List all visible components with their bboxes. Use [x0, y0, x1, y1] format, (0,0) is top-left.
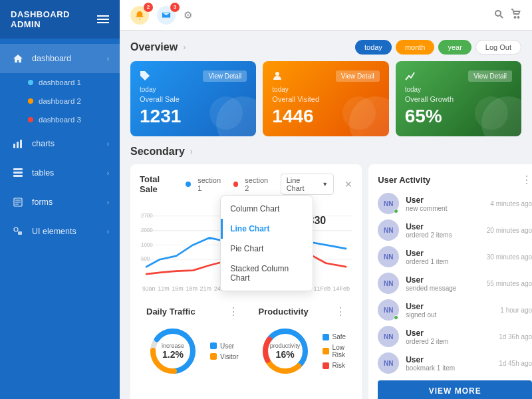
- sale-card-subtitle: Overall Sale: [140, 95, 247, 103]
- sidebar-item-dashboard1[interactable]: dashboard 1: [28, 73, 120, 92]
- dropdown-column-chart[interactable]: Column Chart: [221, 199, 313, 219]
- svg-rect-1: [17, 142, 19, 148]
- sidebar-item-tables-label: tables: [32, 168, 54, 178]
- user-info-4: User sended message: [406, 275, 480, 292]
- user-time-1: 4 minutes ago: [490, 200, 532, 207]
- messages-button[interactable]: 3: [157, 6, 176, 25]
- svg-point-11: [275, 72, 279, 76]
- sidebar-sub-label: dashboard 3: [39, 116, 81, 124]
- productivity-donut: productivity 16% Safe: [259, 325, 346, 378]
- sidebar: DASHBOARD ADMIN dashboard › dashboard 1 …: [0, 0, 120, 399]
- sidebar-header: DASHBOARD ADMIN: [0, 0, 120, 39]
- view-detail-sale-button[interactable]: View Detail: [203, 70, 247, 82]
- user-time-6: 1d 36h ago: [499, 333, 532, 340]
- messages-badge: 3: [170, 3, 180, 12]
- sidebar-item-forms[interactable]: forms ›: [0, 188, 120, 217]
- view-more-button[interactable]: VIEW MORE: [378, 380, 532, 399]
- daily-traffic-panel: Daily Traffic ⋮ inc: [140, 299, 245, 384]
- close-button[interactable]: ✕: [344, 179, 352, 190]
- person-icon: [272, 70, 283, 81]
- legend-visitor-color: [210, 353, 217, 360]
- online-indicator-5: [394, 315, 398, 320]
- hamburger-menu[interactable]: [97, 15, 109, 23]
- notification-badge: 2: [144, 3, 153, 12]
- productivity-panel: Productivity ⋮: [252, 299, 353, 384]
- chart-type-button[interactable]: Line Chart ▼ Column Chart Line Chart Pie…: [281, 174, 334, 195]
- overview-arrow: ›: [183, 43, 186, 52]
- prod-value: 16%: [276, 349, 295, 360]
- svg-rect-3: [13, 168, 23, 170]
- legend-safe-label: Safe: [332, 333, 346, 340]
- total-sale-header: Total Sale section 1 section 2 Line Char…: [140, 174, 352, 195]
- user-name-2: User: [406, 222, 480, 231]
- user-activity-title: User Activity: [378, 175, 430, 185]
- svg-rect-0: [13, 144, 15, 148]
- user-activity-panel: User Activity ⋮ NN User new comment 4 m: [368, 164, 532, 399]
- dropdown-line-chart[interactable]: Line Chart: [221, 219, 313, 239]
- user-activity-header: User Activity ⋮: [378, 174, 532, 186]
- daily-traffic-title: Daily Traffic: [146, 307, 196, 317]
- sidebar-item-charts-label: charts: [32, 139, 55, 148]
- user-avatar-3: NN: [378, 246, 399, 267]
- topbar-right: [493, 9, 521, 22]
- productivity-header: Productivity ⋮: [259, 305, 346, 318]
- daily-traffic-menu[interactable]: ⋮: [228, 305, 239, 318]
- sidebar-item-dashboard[interactable]: dashboard ›: [0, 44, 120, 73]
- chevron-icon: ›: [107, 140, 109, 148]
- sidebar-nav: dashboard › dashboard 1 dashboard 2 dash…: [0, 39, 120, 399]
- daily-traffic-donut: increase 1.2% User: [146, 325, 239, 378]
- user-info-3: User ordered 1 item: [406, 249, 480, 265]
- dot-red: [28, 117, 33, 122]
- user-action-7: bookmark 1 item: [406, 364, 492, 372]
- svg-point-10: [518, 17, 519, 18]
- user-action-4: sended message: [406, 285, 480, 292]
- productivity-donut-chart: productivity 16%: [259, 325, 312, 378]
- search-button[interactable]: [493, 9, 504, 22]
- legend-low-risk-color: [323, 348, 329, 354]
- growth-card-label: today: [405, 86, 512, 93]
- user-time-2: 20 minutes ago: [487, 227, 532, 234]
- daily-traffic-donut-chart: increase 1.2%: [146, 325, 200, 378]
- sidebar-item-tables[interactable]: tables ›: [0, 158, 120, 188]
- svg-point-6: [14, 227, 18, 231]
- sidebar-item-ui-label: UI elements: [32, 227, 76, 236]
- visited-card-label: today: [272, 86, 379, 93]
- table-icon: [11, 166, 25, 180]
- user-info-1: User new comment: [406, 196, 483, 212]
- chevron-icon: ›: [107, 228, 109, 235]
- user-info-6: User ordered 2 item: [406, 329, 492, 345]
- svg-text:500: 500: [141, 255, 150, 262]
- notifications-button[interactable]: 2: [130, 6, 149, 25]
- sidebar-item-charts[interactable]: charts ›: [0, 129, 120, 158]
- topbar: 2 3 ⚙: [120, 0, 532, 31]
- legend-low-risk-label: Low Risk: [332, 344, 346, 358]
- sidebar-item-dashboard3[interactable]: dashboard 3: [28, 110, 120, 129]
- user-action-3: ordered 1 item: [406, 258, 480, 265]
- view-detail-visited-button[interactable]: View Detail: [336, 70, 380, 82]
- cart-button[interactable]: [511, 9, 521, 22]
- secondary-header: Secondary ›: [130, 146, 521, 158]
- dropdown-pie-chart[interactable]: Pie Chart: [221, 239, 313, 259]
- svg-rect-4: [13, 172, 23, 174]
- productivity-menu[interactable]: ⋮: [335, 305, 346, 318]
- settings-button[interactable]: ⚙: [184, 9, 192, 21]
- dropdown-stacked-chart[interactable]: Stacked Column Chart: [221, 259, 313, 288]
- user-activity-menu[interactable]: ⋮: [521, 174, 532, 186]
- sidebar-sub-items: dashboard 1 dashboard 2 dashboard 3: [0, 73, 120, 129]
- svg-rect-5: [13, 175, 23, 177]
- user-name-6: User: [406, 329, 492, 338]
- growth-card-subtitle: Overall Growth: [405, 95, 512, 103]
- sidebar-item-dashboard2[interactable]: dashboard 2: [28, 92, 120, 110]
- visited-card-subtitle: Overall Visited: [272, 95, 379, 103]
- user-time-4: 55 minutes ago: [487, 280, 532, 287]
- filter-year-button[interactable]: year: [438, 40, 471, 55]
- view-detail-growth-button[interactable]: View Detail: [468, 70, 512, 82]
- legend-visitor-label: Visitor: [220, 353, 239, 360]
- content-area: Overview › today month year Log Out View…: [120, 31, 532, 399]
- logout-button[interactable]: Log Out: [475, 40, 521, 55]
- filter-today-button[interactable]: today: [355, 40, 392, 55]
- sidebar-item-ui-elements[interactable]: UI elements ›: [0, 217, 120, 246]
- user-name-3: User: [406, 249, 480, 258]
- filter-month-button[interactable]: month: [396, 40, 435, 55]
- user-action-2: ordered 2 items: [406, 231, 480, 239]
